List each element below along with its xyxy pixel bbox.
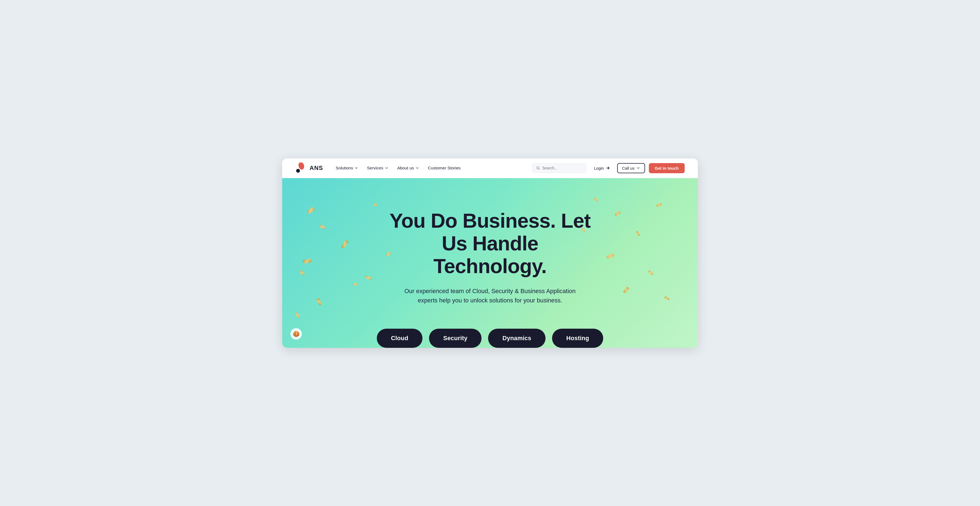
- confetti-piece: [299, 270, 305, 275]
- login-button[interactable]: Login: [590, 164, 613, 173]
- search-icon: [536, 166, 540, 170]
- nav-item-about[interactable]: About us: [393, 163, 423, 173]
- confetti-piece: [648, 270, 654, 275]
- nav-item-customer-stories[interactable]: Customer Stories: [424, 163, 465, 173]
- confetti-piece: [365, 276, 372, 280]
- navbar: ANS Solutions Services About us: [282, 158, 698, 178]
- confetti-piece: [614, 211, 621, 217]
- confetti-piece: [656, 202, 662, 208]
- hero-title: You Do Business. Let Us Handle Technolog…: [386, 210, 594, 278]
- chevron-down-icon: [355, 166, 358, 170]
- nav-item-solutions[interactable]: Solutions: [332, 163, 362, 173]
- confetti-piece: [593, 198, 598, 202]
- confetti-piece: [664, 296, 670, 300]
- nav-right: Login Call us Get in touch: [532, 163, 685, 173]
- nav-item-services[interactable]: Services: [363, 163, 392, 173]
- nav-services-label: Services: [367, 166, 383, 171]
- nav-about-label: About us: [397, 166, 414, 171]
- chevron-down-icon: [636, 166, 640, 170]
- svg-point-1: [296, 169, 300, 173]
- confetti-piece: [373, 203, 378, 207]
- pill-btn-dynamics[interactable]: Dynamics: [488, 329, 546, 348]
- confetti-piece: [320, 225, 325, 229]
- confetti-piece: [341, 240, 348, 249]
- bottom-pills: CloudSecurityDynamicsHosting: [282, 329, 698, 348]
- page-wrapper: ANS Solutions Services About us: [282, 158, 698, 348]
- confetti-piece: [316, 298, 322, 305]
- confetti-piece: [307, 207, 315, 214]
- hero-section: You Do Business. Let Us Handle Technolog…: [282, 178, 698, 348]
- confetti-piece: [303, 259, 312, 264]
- pill-btn-hosting[interactable]: Hosting: [552, 329, 603, 348]
- nav-solutions-label: Solutions: [336, 166, 353, 171]
- confetti-piece: [295, 312, 300, 318]
- hero-subtitle: Our experienced team of Cloud, Security …: [402, 287, 578, 305]
- confetti-piece: [623, 286, 630, 294]
- confetti-piece: [635, 231, 640, 236]
- search-box[interactable]: [532, 163, 587, 173]
- pill-btn-cloud[interactable]: Cloud: [377, 329, 422, 348]
- logo[interactable]: ANS: [295, 163, 323, 174]
- nav-customer-stories-label: Customer Stories: [428, 166, 461, 171]
- nav-links: Solutions Services About us Customer Sto…: [332, 163, 532, 173]
- chevron-down-icon: [415, 166, 419, 170]
- pill-btn-security[interactable]: Security: [429, 329, 482, 348]
- confetti-piece: [606, 253, 614, 259]
- hero-content: You Do Business. Let Us Handle Technolog…: [386, 210, 594, 305]
- confetti-piece: [353, 283, 358, 286]
- arrow-right-icon: [606, 166, 610, 170]
- chevron-down-icon: [385, 166, 388, 170]
- call-us-button[interactable]: Call us: [617, 163, 645, 173]
- get-in-touch-button[interactable]: Get in touch: [649, 163, 685, 173]
- logo-text: ANS: [310, 164, 323, 172]
- search-input[interactable]: [542, 166, 583, 170]
- cookie-button[interactable]: 🍪: [290, 328, 302, 340]
- logo-icon: [295, 163, 307, 174]
